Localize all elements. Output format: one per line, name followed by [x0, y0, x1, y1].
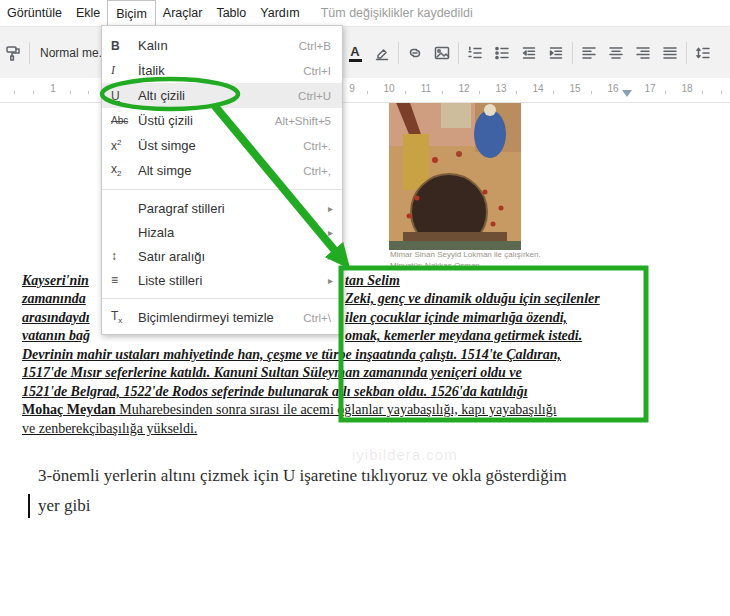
toolbar-separator [398, 42, 399, 64]
menu-item-label: Liste stilleri [138, 273, 328, 288]
subscript-icon: x2 [111, 162, 138, 178]
menu-item-label: Hizala [138, 225, 328, 240]
increase-indent-icon[interactable] [545, 40, 567, 66]
list-styles-icon: ≡ [111, 273, 138, 287]
text-color-swatch [349, 59, 362, 62]
format-menu: B Kalın Ctrl+B I İtalik Ctrl+I U Altı çi… [101, 25, 343, 335]
paragraph-line[interactable]: ilen çocuklar içinde mimarlığa özendi, [345, 309, 567, 326]
paragraph-line[interactable]: vatanın bağ [22, 327, 90, 344]
line-spacing-icon[interactable] [692, 40, 714, 66]
menu-item-shortcut: Ctrl+. [303, 140, 336, 152]
menu-item-label: Üst simge [138, 138, 303, 153]
menu-goruntule[interactable]: Görüntüle [0, 0, 69, 26]
paragraph-line[interactable]: ve zenberekçibaşılığa yükseldi. [22, 420, 197, 437]
underline-icon: U [111, 89, 138, 103]
paragraph-line[interactable]: zamanında [22, 290, 86, 307]
text-color-label: A [350, 45, 359, 58]
ruler-number: 12 [457, 83, 471, 95]
align-left-icon[interactable] [578, 40, 600, 66]
paragraph-line[interactable]: Mohaç Meydan Muharebesinden sonra sırası… [22, 401, 557, 418]
menu-araclar[interactable]: Araçlar [156, 0, 210, 26]
menu-item-shortcut: Ctrl+B [299, 40, 336, 52]
ruler-number: 1 [46, 83, 60, 95]
ruler-number: 13 [494, 83, 508, 95]
submenu-arrow-icon: ▸ [328, 227, 336, 238]
paragraph-line[interactable]: tan Selim [345, 272, 400, 289]
menu-item-label: Altı çizili [138, 88, 298, 103]
document-inline-image[interactable] [389, 100, 521, 250]
menu-bar: Görüntüle Ekle Biçim Araçlar Tablo Yardı… [0, 0, 730, 26]
paragraph-line[interactable]: Zeki, genç ve dinamik olduğu için seçile… [345, 290, 600, 307]
bold-run: Mohaç Meydan [22, 402, 116, 417]
menu-item-shortcut: Ctrl+I [303, 65, 336, 77]
line-spacing-icon: ↕ [111, 249, 138, 263]
highlight-color-button[interactable] [371, 40, 393, 66]
ruler-number: 18 [680, 83, 694, 95]
ruler-number: 9 [345, 83, 359, 95]
menu-item-liste-stilleri[interactable]: ≡ Liste stilleri ▸ [102, 268, 342, 292]
ruler-number: 14 [531, 83, 545, 95]
menu-item-label: Kalın [138, 38, 299, 53]
menu-item-label: Biçimlendirmeyi temizle [138, 310, 303, 325]
menu-item-paragraf-stilleri[interactable]: Paragraf stilleri ▸ [102, 196, 342, 220]
toolbar-separator [29, 42, 30, 64]
superscript-icon: x2 [111, 138, 138, 153]
text-color-button[interactable]: A [344, 40, 366, 66]
paragraph-line[interactable]: 1517'de Mısır seferlerine katıldı. Kanun… [22, 364, 522, 381]
menu-item-label: Paragraf stilleri [138, 201, 328, 216]
insert-link-icon[interactable] [404, 40, 426, 66]
ruler-number: 17 [643, 83, 657, 95]
menu-item-kalin[interactable]: B Kalın Ctrl+B [102, 33, 342, 58]
paragraph-line[interactable]: omak, kemerler meydana getirmek istedi. [345, 327, 582, 344]
image-caption-line2[interactable]: Minyatür: Nakkaş Osman [390, 261, 480, 270]
paragraph-line[interactable]: arasındaydı [22, 309, 90, 326]
numbered-list-icon[interactable] [464, 40, 486, 66]
menu-yardim[interactable]: Yardım [253, 0, 306, 26]
menu-item-alt-simge[interactable]: x2 Alt simge Ctrl+, [102, 158, 342, 183]
google-docs-window: Görüntüle Ekle Biçim Araçlar Tablo Yardı… [0, 0, 730, 616]
ruler-number: 15 [568, 83, 582, 95]
instruction-line2[interactable]: yer gibi [38, 496, 90, 516]
toolbar-separator [572, 42, 573, 64]
paragraph-line[interactable]: 1521'de Belgrad, 1522'de Rodos seferinde… [22, 383, 528, 400]
menu-item-shortcut: Ctrl+, [303, 165, 336, 177]
style-label: Normal me... [40, 46, 109, 60]
submenu-arrow-icon: ▸ [328, 203, 336, 214]
ruler-number: 11 [419, 83, 433, 95]
paragraph-line[interactable]: Kayseri'nin [22, 272, 89, 289]
paint-format-icon[interactable] [2, 40, 24, 66]
menu-separator [102, 298, 342, 299]
menu-item-label: Satır aralığı [138, 249, 328, 264]
decrease-indent-icon[interactable] [518, 40, 540, 66]
menu-item-hizala[interactable]: Hizala ▸ [102, 220, 342, 244]
menu-item-italik[interactable]: I İtalik Ctrl+I [102, 58, 342, 83]
menu-separator [102, 189, 342, 190]
regular-run: Muharebesinden sonra sırası ile acemi oğ… [116, 402, 557, 417]
insert-image-icon[interactable] [431, 40, 453, 66]
image-caption-line1[interactable]: Mimar Sinan Seyyid Lokman ile çalışırken… [390, 250, 541, 259]
submenu-arrow-icon: ▸ [328, 275, 336, 286]
save-status: Tüm değişiklikler kaydedildi [321, 0, 473, 26]
paragraph-line[interactable]: Devrinin mahir ustaları mahiyetinde han,… [22, 346, 561, 363]
align-center-icon[interactable] [605, 40, 627, 66]
menu-item-satir-araligi[interactable]: ↕ Satır aralığı ▸ [102, 244, 342, 268]
text-cursor [28, 494, 30, 518]
menu-item-ustu-cizili[interactable]: Abc Üstü çizili Alt+Shift+5 [102, 108, 342, 133]
toolbar-separator [686, 42, 687, 64]
toolbar-separator [458, 42, 459, 64]
bold-icon: B [111, 39, 138, 53]
menu-item-bicimlendirmeyi-temizle[interactable]: Tx Biçimlendirmeyi temizle Ctrl+\ [102, 305, 342, 330]
bulleted-list-icon[interactable] [491, 40, 513, 66]
menu-item-label: Üstü çizili [138, 113, 275, 128]
menu-ekle[interactable]: Ekle [69, 0, 107, 26]
menu-tablo[interactable]: Tablo [209, 0, 253, 26]
instruction-line1[interactable]: 3-önemli yerlerin altını çizmek için U i… [38, 466, 567, 486]
menu-item-alti-cizili[interactable]: U Altı çizili Ctrl+U [102, 83, 342, 108]
align-right-icon[interactable] [632, 40, 654, 66]
align-justify-icon[interactable] [659, 40, 681, 66]
ruler-number: 10 [382, 83, 396, 95]
menu-bicim[interactable]: Biçim [107, 0, 156, 26]
margin-marker[interactable] [622, 90, 632, 97]
watermark: iyibildera.com [352, 446, 458, 463]
menu-item-ust-simge[interactable]: x2 Üst simge Ctrl+. [102, 133, 342, 158]
